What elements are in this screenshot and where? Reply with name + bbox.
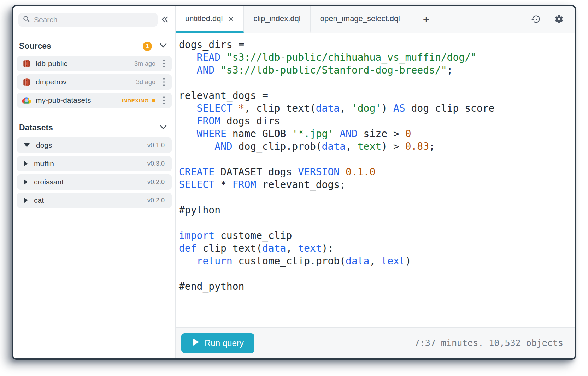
sidebar-collapse-button[interactable] bbox=[158, 13, 172, 27]
datasets-header: Datasets bbox=[13, 111, 175, 137]
source-row-dmpetrov[interactable]: dmpetrov 3d ago bbox=[17, 74, 172, 90]
tab-open-image-select[interactable]: open_image_select.dql bbox=[311, 6, 410, 33]
kebab-menu-icon[interactable] bbox=[161, 77, 167, 87]
gear-icon bbox=[554, 14, 564, 25]
triangle-right-icon[interactable] bbox=[24, 179, 28, 185]
double-chevron-left-icon bbox=[161, 16, 169, 24]
tab-label: untitled.dql bbox=[185, 14, 223, 23]
tab-clip-index[interactable]: clip_index.dql bbox=[244, 6, 310, 33]
dataset-name: croissant bbox=[34, 178, 147, 186]
search-box[interactable] bbox=[18, 13, 158, 27]
s3-bucket-icon bbox=[22, 59, 31, 68]
source-time: 3d ago bbox=[136, 78, 155, 86]
close-tab-icon[interactable] bbox=[228, 16, 234, 22]
datasets-title: Datasets bbox=[19, 123, 160, 133]
source-row-my-pub-datasets[interactable]: my-pub-datasets INDEXING bbox=[17, 93, 172, 108]
sources-count-badge: 1 bbox=[143, 42, 152, 51]
tab-untitled[interactable]: untitled.dql bbox=[176, 6, 244, 33]
main-panel: untitled.dql clip_index.dql open_image_s… bbox=[176, 6, 575, 358]
history-button[interactable] bbox=[531, 14, 541, 25]
code-lines: dogs_dirs = READ "s3://ldb-public/chihua… bbox=[179, 39, 571, 293]
gcs-cloud-icon bbox=[22, 96, 31, 105]
code-editor[interactable]: dogs_dirs = READ "s3://ldb-public/chihua… bbox=[176, 33, 575, 327]
tabbar-tools bbox=[531, 6, 575, 33]
play-icon bbox=[192, 338, 199, 348]
sidebar: Sources 1 ldb-public 3m ago dmpetrov 3d … bbox=[13, 6, 176, 358]
tab-label: clip_index.dql bbox=[253, 14, 300, 23]
triangle-down-icon[interactable] bbox=[24, 143, 30, 147]
settings-button[interactable] bbox=[554, 14, 564, 25]
indexing-dot-icon bbox=[152, 99, 155, 102]
s3-bucket-icon bbox=[22, 77, 31, 87]
chevron-down-icon[interactable] bbox=[160, 125, 167, 131]
dataset-name: dogs bbox=[36, 141, 147, 149]
dataset-name: muffin bbox=[34, 159, 147, 168]
dataset-row-dogs[interactable]: dogs v0.1.0 bbox=[17, 137, 172, 153]
dataset-row-muffin[interactable]: muffin v0.3.0 bbox=[17, 156, 172, 171]
kebab-menu-icon[interactable] bbox=[161, 59, 167, 68]
kebab-menu-icon[interactable] bbox=[161, 96, 167, 105]
history-icon bbox=[531, 14, 541, 25]
search-icon bbox=[23, 16, 30, 24]
tabbar-spacer bbox=[442, 6, 531, 33]
dataset-version: v0.2.0 bbox=[147, 197, 165, 204]
dataset-name: cat bbox=[34, 196, 147, 205]
dataset-row-cat[interactable]: cat v0.2.0 bbox=[17, 193, 172, 208]
app-window: Sources 1 ldb-public 3m ago dmpetrov 3d … bbox=[12, 5, 576, 360]
dataset-row-croissant[interactable]: croissant v0.2.0 bbox=[17, 174, 172, 190]
run-query-label: Run query bbox=[205, 338, 244, 348]
source-row-ldb-public[interactable]: ldb-public 3m ago bbox=[17, 56, 172, 71]
sources-header: Sources 1 bbox=[13, 32, 175, 56]
search-row bbox=[13, 6, 175, 32]
footer-bar: Run query 7:37 minutes. 10,532 objects bbox=[176, 327, 575, 358]
chevron-down-icon[interactable] bbox=[160, 43, 167, 49]
triangle-right-icon[interactable] bbox=[24, 198, 28, 203]
new-tab-button[interactable]: + bbox=[410, 6, 442, 33]
dataset-version: v0.2.0 bbox=[147, 178, 165, 186]
source-name: my-pub-datasets bbox=[36, 96, 122, 105]
triangle-right-icon[interactable] bbox=[24, 161, 28, 166]
sources-title: Sources bbox=[19, 41, 143, 51]
tab-bar: untitled.dql clip_index.dql open_image_s… bbox=[176, 6, 575, 33]
search-input[interactable] bbox=[34, 16, 153, 24]
dataset-version: v0.3.0 bbox=[147, 160, 165, 168]
dataset-version: v0.1.0 bbox=[147, 142, 165, 149]
source-name: dmpetrov bbox=[36, 78, 136, 86]
source-time: 3m ago bbox=[134, 60, 155, 67]
source-name: ldb-public bbox=[36, 59, 134, 68]
run-query-button[interactable]: Run query bbox=[181, 333, 254, 353]
status-text: 7:37 minutes. 10,532 objects bbox=[414, 338, 563, 348]
indexing-status-badge: INDEXING bbox=[122, 98, 149, 104]
tab-label: open_image_select.dql bbox=[320, 14, 400, 23]
